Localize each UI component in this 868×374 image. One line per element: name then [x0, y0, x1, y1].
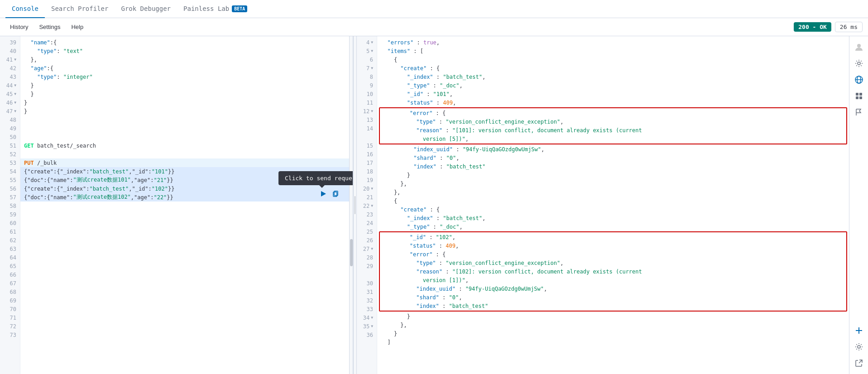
tab-search-profiler[interactable]: Search Profiler	[45, 0, 115, 18]
code-line-43: "type": "integer"	[20, 72, 353, 81]
resp-line-12: "error" : {	[380, 109, 846, 117]
resp-line-16: "shard" : "0",	[377, 153, 849, 162]
resp-line-14a: "reason" : "[101]: version conflict, doc…	[380, 126, 846, 134]
resp-line-32: "index" : "batch_test"	[380, 302, 846, 310]
svg-point-4	[858, 62, 860, 65]
code-line-59	[20, 210, 353, 219]
code-line-47: }	[20, 107, 353, 115]
code-line-65	[20, 262, 353, 270]
left-panel: 39 40 41 42 43 44 45 46 47 48 49 50 51 5…	[0, 36, 353, 374]
response-code: "errors" : true, "items" : [ { "create" …	[377, 36, 849, 374]
resp-line-10: "_id" : "101",	[377, 90, 849, 98]
settings-button[interactable]: Settings	[34, 22, 65, 32]
help-button[interactable]: Help	[67, 22, 88, 32]
code-line-40: "type": "text"	[20, 47, 353, 55]
resp-line-29b: version [1])",	[380, 276, 846, 284]
code-line-46: }	[20, 98, 353, 107]
resp-line-23: "_index" : "batch_test",	[377, 214, 849, 222]
add-icon[interactable]	[852, 323, 866, 338]
right-panel: 4 5 6 7 8 9 10 11 12 13 14 15 16 17 18 1…	[357, 36, 849, 374]
code-line-61	[20, 227, 353, 236]
tab-grok-debugger[interactable]: Grok Debugger	[115, 0, 177, 18]
code-line-42: "age":{	[20, 64, 353, 72]
code-line-48	[20, 115, 353, 124]
secondary-nav: History Settings Help 200 - OK 26 ms	[0, 18, 868, 36]
resp-line-34: },	[377, 321, 849, 329]
resp-line-7: "create" : {	[377, 64, 849, 72]
code-line-66	[20, 270, 353, 279]
code-line-71	[20, 313, 353, 322]
panel-divider[interactable]	[353, 36, 357, 374]
error-box-2: "_id" : "102", "status" : 409, "error" :…	[379, 231, 847, 312]
code-line-51: GET batch_test/_search	[20, 141, 353, 150]
resp-line-29a: "reason" : "[102]: version conflict, doc…	[380, 267, 846, 276]
editor-line-numbers: 39 40 41 42 43 44 45 46 47 48 49 50 51 5…	[0, 36, 20, 374]
resp-line-18: }	[377, 171, 849, 179]
code-line-45: }	[20, 90, 353, 98]
extensions-icon[interactable]	[852, 89, 866, 103]
svg-rect-8	[856, 93, 858, 96]
resp-line-33: }	[377, 312, 849, 321]
resp-line-13: "type" : "version_conflict_engine_except…	[380, 117, 846, 126]
copy-request-button[interactable]	[331, 188, 341, 199]
history-button[interactable]: History	[5, 22, 33, 32]
resp-line-15: "index_uuid" : "94fy-UiqQaGOzdg0wUmjSw",	[377, 145, 849, 153]
resp-line-26: "status" : 409,	[380, 241, 846, 250]
code-line-56: {"create":{"_index":"batch_test","_id":"…	[20, 184, 353, 193]
code-line-67	[20, 279, 353, 288]
resp-line-8: "_index" : "batch_test",	[377, 72, 849, 81]
code-line-58	[20, 201, 353, 210]
send-request-tooltip: Click to send request	[278, 171, 353, 185]
code-line-70	[20, 305, 353, 313]
editor-scrollbar[interactable]	[349, 36, 353, 374]
user-avatar-icon[interactable]	[852, 40, 866, 54]
resp-line-14b: version [5])",	[380, 134, 846, 143]
tab-painless-lab[interactable]: Painless Lab BETA	[177, 0, 254, 18]
main-content: 39 40 41 42 43 44 45 46 47 48 49 50 51 5…	[0, 36, 868, 374]
code-line-63	[20, 245, 353, 253]
resp-line-35: }	[377, 329, 849, 338]
resp-line-28: "type" : "version_conflict_engine_except…	[380, 259, 846, 267]
code-line-64	[20, 253, 353, 262]
ms-badge: 26 ms	[835, 22, 863, 32]
response-area[interactable]: 4 5 6 7 8 9 10 11 12 13 14 15 16 17 18 1…	[357, 36, 849, 374]
error-box-1: "error" : { "type" : "version_conflict_e…	[379, 107, 847, 144]
resp-line-31: "shard" : "0",	[380, 293, 846, 302]
code-line-39: "name":{	[20, 38, 353, 47]
run-request-button[interactable]	[318, 188, 329, 199]
resp-line-22: "create" : {	[377, 205, 849, 214]
resp-line-19: },	[377, 179, 849, 188]
tab-console[interactable]: Console	[5, 0, 45, 18]
code-line-73	[20, 331, 353, 339]
secondary-nav-left: History Settings Help	[5, 22, 88, 32]
top-nav: Console Search Profiler Grok Debugger Pa…	[0, 0, 868, 18]
code-line-52	[20, 150, 353, 158]
resp-line-30: "index_uuid" : "94fy-UiqQaGOzdg0wUmjSw",	[380, 284, 846, 293]
resp-line-25: "_id" : "102",	[380, 233, 846, 241]
globe-icon[interactable]	[852, 72, 866, 87]
code-line-60	[20, 219, 353, 227]
bottom-gear-icon[interactable]	[852, 340, 866, 354]
resp-line-11: "status" : 409,	[377, 98, 849, 107]
response-line-numbers: 4 5 6 7 8 9 10 11 12 13 14 15 16 17 18 1…	[357, 36, 377, 374]
resp-line-17: "index" : "batch_test"	[377, 162, 849, 171]
code-line-68	[20, 288, 353, 296]
editor-area[interactable]: 39 40 41 42 43 44 45 46 47 48 49 50 51 5…	[0, 36, 353, 374]
resp-line-24: "_type" : "_doc",	[377, 222, 849, 231]
code-line-44: }	[20, 81, 353, 90]
svg-rect-10	[856, 96, 858, 99]
status-badge: 200 - OK	[794, 22, 831, 32]
svg-rect-11	[859, 96, 862, 99]
external-link-icon[interactable]	[852, 356, 866, 370]
settings-gear-icon[interactable]	[852, 56, 866, 71]
code-line-49	[20, 124, 353, 133]
code-line-62	[20, 236, 353, 245]
editor-scrollbar-thumb[interactable]	[350, 239, 353, 266]
code-line-41: },	[20, 55, 353, 64]
editor-code[interactable]: "name":{ "type": "text" }, "age":{ "type…	[20, 36, 353, 374]
flag-icon[interactable]	[852, 105, 866, 120]
line-action-buttons	[318, 188, 341, 199]
resp-line-9: "_type" : "_doc",	[377, 81, 849, 90]
svg-rect-9	[859, 93, 862, 96]
beta-badge: BETA	[232, 5, 247, 12]
